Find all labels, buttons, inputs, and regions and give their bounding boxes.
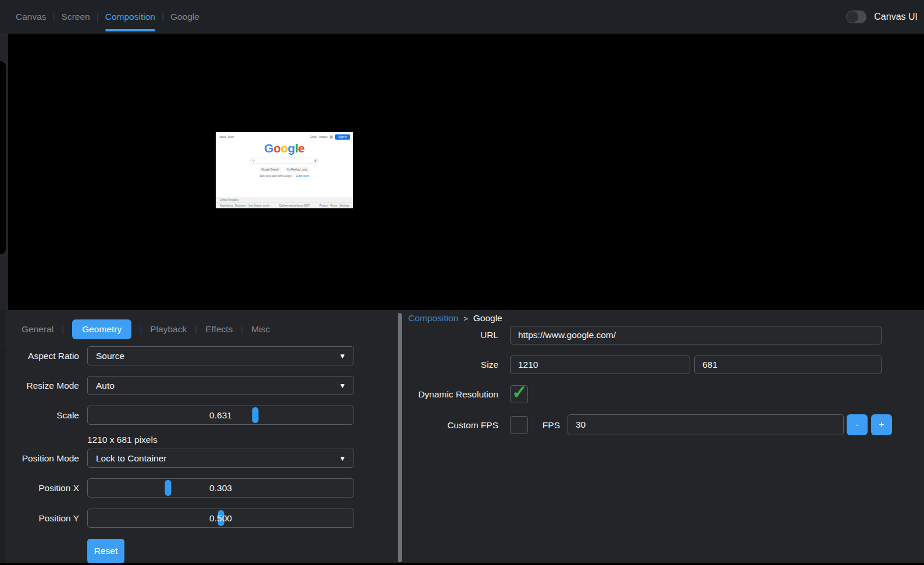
aspect-ratio-label: Aspect Ratio: [0, 346, 79, 365]
tab-separator: |: [195, 324, 197, 335]
position-x-slider[interactable]: 0.303: [87, 478, 354, 498]
dropdown-caret-icon: ▼: [339, 382, 346, 390]
resolution-note: 1210 x 681 pixels: [87, 435, 158, 445]
scale-value: 0.631: [209, 410, 232, 421]
tab-screen[interactable]: Screen: [62, 0, 90, 33]
magnifier-icon: [252, 159, 255, 162]
breadcrumb: Composition > Google: [408, 312, 502, 325]
size-label: Size: [402, 356, 498, 374]
fps-increment-button[interactable]: +: [871, 414, 892, 435]
preview-promo-link: Learn more: [296, 175, 309, 177]
reset-button[interactable]: Reset: [87, 539, 124, 563]
apps-grid-icon: [330, 136, 333, 138]
preview-footer-links-left: Advertising Business How Search works: [220, 204, 270, 207]
resize-mode-label: Resize Mode: [0, 376, 79, 395]
size-height-input[interactable]: [694, 356, 882, 374]
position-mode-label: Position Mode: [0, 449, 79, 468]
position-y-value: 0.500: [209, 513, 232, 524]
tab-separator: |: [53, 12, 55, 22]
preview-gmail-link: Gmail: [310, 136, 317, 138]
position-mode-dropdown[interactable]: Lock to Container ▼: [87, 449, 354, 468]
app-window: Canvas | Screen | Composition | Google C…: [0, 0, 924, 565]
tab-composition[interactable]: Composition: [105, 0, 155, 33]
preview-google-search-button: Google Search: [259, 167, 281, 172]
preview-store-link: Store: [228, 136, 234, 138]
tab-separator: |: [241, 324, 243, 335]
check-icon: ✓: [512, 381, 527, 403]
canvas-ui-toggle-group: Canvas UI: [846, 0, 918, 33]
tab-misc[interactable]: Misc: [251, 319, 270, 339]
preview-signin-button: Sign in: [335, 134, 350, 140]
position-y-label: Position Y: [0, 509, 79, 528]
properties-tab-bar: General | Geometry | Playback | Effects …: [22, 318, 270, 341]
preview-images-link: Images: [319, 136, 327, 138]
tab-separator: |: [162, 12, 164, 22]
tab-separator: |: [97, 12, 99, 22]
preview-promo-line: Stay up to date with Google — Learn more: [216, 175, 353, 177]
composition-canvas[interactable]: AboutStore Gmail Images Sign in Google G…: [8, 33, 924, 310]
url-input[interactable]: [510, 326, 882, 344]
mic-icon: [315, 159, 316, 162]
left-gutter: [0, 33, 8, 310]
preview-about-link: About: [219, 136, 226, 138]
tab-effects[interactable]: Effects: [205, 319, 233, 339]
offscreen-panel-edge: [0, 61, 6, 254]
top-bar: Canvas | Screen | Composition | Google C…: [0, 0, 924, 33]
tab-separator: |: [140, 324, 142, 335]
preview-footer-center: Carbon neutral since 2007: [279, 204, 310, 207]
custom-fps-label: Custom FPS: [402, 416, 498, 434]
properties-area: General | Geometry | Playback | Effects …: [0, 310, 924, 565]
url-label: URL: [402, 326, 498, 344]
dropdown-caret-icon: ▼: [339, 352, 346, 360]
scale-slider-thumb[interactable]: [252, 407, 259, 423]
preview-search-buttons: Google Search I'm Feeling Lucky: [216, 167, 353, 172]
tab-playback[interactable]: Playback: [150, 319, 187, 339]
toggle-knob-icon: [847, 11, 858, 23]
preview-footer: United Kingdom Advertising Business How …: [216, 197, 353, 208]
breadcrumb-composition-link[interactable]: Composition: [408, 313, 458, 324]
preview-lucky-button: I'm Feeling Lucky: [285, 167, 310, 172]
google-logo: Google: [216, 141, 353, 155]
preview-footer-links-right: Privacy Terms Settings: [319, 204, 349, 207]
position-x-value: 0.303: [209, 483, 232, 493]
dynamic-resolution-label: Dynamic Resolution: [402, 385, 498, 403]
fps-label: FPS: [533, 416, 560, 434]
size-width-input[interactable]: [510, 356, 690, 374]
preview-footer-location: United Kingdom: [216, 197, 353, 202]
preview-page-topbar: AboutStore Gmail Images Sign in: [219, 134, 350, 140]
aspect-ratio-dropdown[interactable]: Source ▼: [87, 346, 354, 365]
google-source-preview[interactable]: AboutStore Gmail Images Sign in Google G…: [216, 132, 353, 208]
dynamic-resolution-checkbox[interactable]: ✓: [510, 385, 528, 403]
active-tab-underline: [105, 29, 155, 31]
preview-search-box: [250, 158, 319, 164]
position-x-slider-thumb[interactable]: [165, 480, 172, 496]
fps-input[interactable]: [568, 414, 844, 435]
tab-separator: |: [62, 324, 64, 335]
tab-google[interactable]: Google: [170, 0, 199, 33]
resize-mode-dropdown[interactable]: Auto ▼: [87, 376, 354, 395]
scale-label: Scale: [0, 406, 79, 425]
canvas-ui-toggle[interactable]: [846, 10, 866, 23]
source-settings-panel: Composition > Google URL Size Dynamic Re…: [402, 310, 924, 565]
position-x-label: Position X: [0, 478, 79, 498]
scale-slider[interactable]: 0.631: [87, 406, 354, 425]
breadcrumb-separator: >: [463, 314, 468, 323]
tab-geometry[interactable]: Geometry: [72, 319, 131, 339]
source-tab-bar: Canvas | Screen | Composition | Google: [16, 0, 199, 33]
fps-decrement-button[interactable]: -: [847, 414, 868, 435]
source-properties-panel: General | Geometry | Playback | Effects …: [0, 310, 396, 565]
position-y-slider[interactable]: 0.500: [87, 509, 354, 528]
tab-canvas[interactable]: Canvas: [16, 0, 47, 33]
breadcrumb-current: Google: [473, 313, 502, 324]
panel-scrollbar[interactable]: [398, 313, 402, 562]
custom-fps-checkbox[interactable]: [510, 416, 528, 434]
tab-general[interactable]: General: [22, 319, 53, 339]
dropdown-caret-icon: ▼: [339, 454, 346, 463]
canvas-ui-toggle-label: Canvas UI: [874, 12, 918, 22]
